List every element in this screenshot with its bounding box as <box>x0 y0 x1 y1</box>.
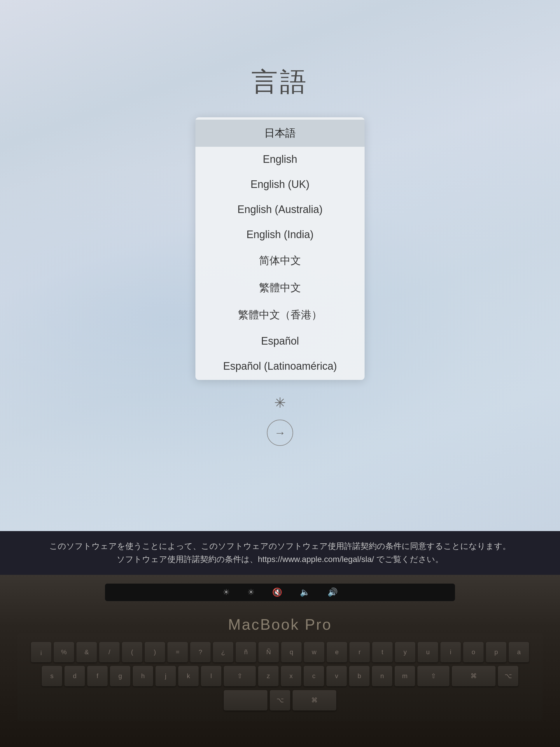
language-item-ja[interactable]: 日本語 <box>195 120 365 147</box>
key-l[interactable]: l <box>201 666 221 686</box>
key-w[interactable]: w <box>304 642 324 662</box>
key-4[interactable]: / <box>99 642 119 662</box>
key-f[interactable]: f <box>87 666 108 686</box>
key-h[interactable]: h <box>133 666 153 686</box>
key-j[interactable]: j <box>156 666 176 686</box>
key-b[interactable]: b <box>349 666 370 686</box>
key-y[interactable]: y <box>395 642 415 662</box>
language-item-zh-tw[interactable]: 繁體中文 <box>195 274 365 302</box>
touch-bar: ☀ ☀ 🔇 🔈 🔊 <box>105 584 455 601</box>
key-m[interactable]: m <box>395 666 415 686</box>
next-button[interactable]: → <box>267 420 293 446</box>
key-c[interactable]: c <box>303 666 324 686</box>
language-item-en-gb[interactable]: English (UK) <box>195 172 365 197</box>
key-alt-right[interactable]: ⌥ <box>270 690 290 711</box>
key-cmd-left[interactable]: ⌘ <box>452 666 496 686</box>
loading-spinner: ✳ <box>274 394 286 411</box>
touchbar-brightness-low-icon: ☀ <box>222 587 230 597</box>
language-list-container: 日本語EnglishEnglish (UK)English (Australia… <box>195 117 365 380</box>
key-10[interactable]: ñ <box>236 642 256 662</box>
key-alt-left[interactable]: ⌥ <box>498 666 518 686</box>
keyboard-area: ¡ % & / ( ) = ? ¿ ñ Ñ q w e r t y u i o … <box>18 633 542 721</box>
language-item-es-419[interactable]: Español (Latinoamérica) <box>195 354 365 379</box>
key-o[interactable]: o <box>463 642 484 662</box>
key-11[interactable]: Ñ <box>259 642 279 662</box>
key-3[interactable]: & <box>76 642 97 662</box>
key-6[interactable]: ) <box>145 642 165 662</box>
language-item-zh-cn[interactable]: 简体中文 <box>195 247 365 274</box>
license-text-line1: このソフトウェアを使うことによって、このソフトウェアのソフトウェア使用許諾契約の… <box>49 540 511 553</box>
key-shift-right[interactable]: ⇧ <box>417 666 450 686</box>
key-u[interactable]: u <box>418 642 438 662</box>
key-x[interactable]: x <box>281 666 301 686</box>
key-space[interactable] <box>224 690 267 711</box>
macbook-chassis: ☀ ☀ 🔇 🔈 🔊 MacBook Pro ¡ % & / ( ) = ? ¿ … <box>0 575 560 747</box>
language-list[interactable]: 日本語EnglishEnglish (UK)English (Australia… <box>195 117 365 380</box>
page-title: 言語 <box>251 64 309 100</box>
key-8[interactable]: ? <box>190 642 211 662</box>
key-v[interactable]: v <box>326 666 347 686</box>
key-shift-left[interactable]: ⇧ <box>224 666 256 686</box>
key-g[interactable]: g <box>110 666 130 686</box>
key-q[interactable]: q <box>281 642 301 662</box>
license-text-line2: ソフトウェア使用許諾契約の条件は、https://www.apple.com/l… <box>117 553 443 566</box>
language-item-en-in[interactable]: English (India) <box>195 222 365 247</box>
screen-content: 言語 日本語EnglishEnglish (UK)English (Austra… <box>0 0 560 531</box>
touchbar-volume-low-icon: 🔈 <box>300 587 310 597</box>
key-s[interactable]: s <box>42 666 62 686</box>
key-p[interactable]: p <box>486 642 506 662</box>
key-cmd-right[interactable]: ⌘ <box>293 690 336 711</box>
key-r[interactable]: r <box>349 642 370 662</box>
key-i[interactable]: i <box>441 642 461 662</box>
key-t[interactable]: t <box>372 642 393 662</box>
key-e[interactable]: e <box>327 642 347 662</box>
key-5[interactable]: ( <box>122 642 142 662</box>
key-d[interactable]: d <box>64 666 85 686</box>
touchbar-mute-icon: 🔇 <box>272 587 282 597</box>
key-n[interactable]: n <box>372 666 392 686</box>
macbook-label: MacBook Pro <box>228 616 332 633</box>
key-k[interactable]: k <box>178 666 198 686</box>
key-z[interactable]: z <box>258 666 278 686</box>
touchbar-brightness-high-icon: ☀ <box>247 587 255 597</box>
touchbar-volume-high-icon: 🔊 <box>327 587 338 597</box>
key-a[interactable]: a <box>509 642 529 662</box>
controls-area: ✳ → <box>267 394 293 446</box>
language-item-zh-hk[interactable]: 繁體中文（香港） <box>195 302 365 329</box>
language-item-en[interactable]: English <box>195 147 365 172</box>
language-item-es[interactable]: Español <box>195 329 365 354</box>
language-item-en-au[interactable]: English (Australia) <box>195 197 365 222</box>
key-9[interactable]: ¿ <box>213 642 233 662</box>
license-bar: このソフトウェアを使うことによって、このソフトウェアのソフトウェア使用許諾契約の… <box>0 531 560 575</box>
key-2[interactable]: % <box>54 642 74 662</box>
key-7[interactable]: = <box>167 642 188 662</box>
key-1[interactable]: ¡ <box>31 642 51 662</box>
language-item-fr[interactable]: Français <box>195 379 365 380</box>
macbook-screen: 言語 日本語EnglishEnglish (UK)English (Austra… <box>0 0 560 531</box>
